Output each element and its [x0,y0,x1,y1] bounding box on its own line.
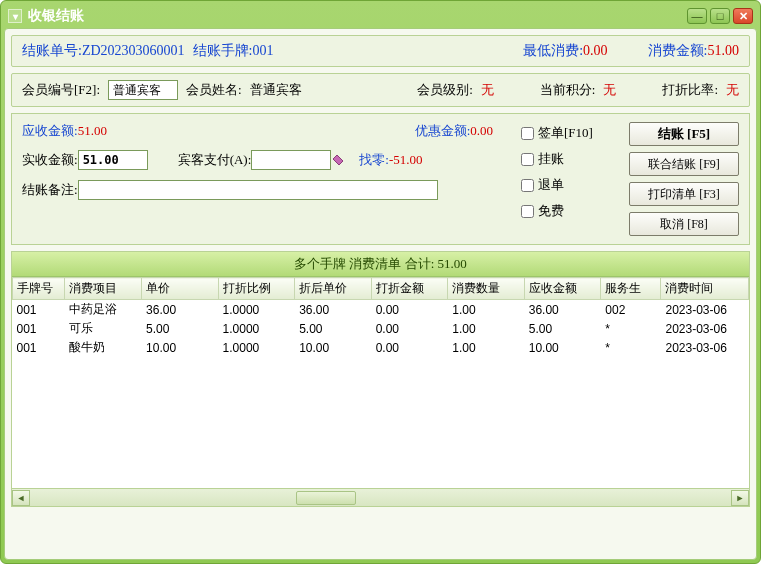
table-cell: 002 [601,300,661,320]
cashier-window: ▾ 收银结账 — □ ✕ 结账单号: ZD202303060001 结账手牌: … [0,0,761,564]
table-cell: 10.00 [295,338,372,357]
min-consume-value: 0.00 [583,43,608,59]
calculator-icon[interactable] [331,153,345,167]
credit-checkbox[interactable]: 挂账 [521,150,621,168]
table-cell: 0.00 [371,300,448,320]
table-cell: 5.00 [295,319,372,338]
column-header[interactable]: 打折金额 [371,278,448,300]
table-cell: 001 [13,319,65,338]
receivable-value: 51.00 [78,123,107,139]
table-cell: 中药足浴 [65,300,142,320]
table-cell: 1.0000 [218,319,295,338]
table-cell: 1.0000 [218,300,295,320]
column-header[interactable]: 应收金额 [524,278,601,300]
hand-no-value: 001 [252,43,273,59]
table-cell: 1.00 [448,338,525,357]
scroll-track[interactable] [30,490,731,506]
action-buttons: 结账 [F5] 联合结账 [F9] 打印清单 [F3] 取消 [F8] [629,122,739,236]
actual-input[interactable] [78,150,148,170]
column-header[interactable]: 消费项目 [65,278,142,300]
remark-label: 结账备注: [22,181,78,199]
table-cell: 可乐 [65,319,142,338]
table-row[interactable]: 001中药足浴36.001.000036.000.001.0036.000022… [13,300,749,320]
member-discount-label: 打折比率: [662,81,718,99]
column-header[interactable]: 折后单价 [295,278,372,300]
minimize-button[interactable]: — [687,8,707,24]
return-checkbox[interactable]: 退单 [521,176,621,194]
consume-amount-label: 消费金额: [648,42,708,60]
table-cell: 001 [13,338,65,357]
member-id-input[interactable] [108,80,178,100]
member-id-label: 会员编号[F2]: [22,81,100,99]
table-cell: 36.00 [295,300,372,320]
table-cell: 2023-03-06 [661,338,749,357]
sign-checkbox[interactable]: 签单[F10] [521,124,621,142]
table-row[interactable]: 001酸牛奶10.001.000010.000.001.0010.00*2023… [13,338,749,357]
table-cell: * [601,319,661,338]
member-level-value: 无 [481,81,494,99]
guest-pay-input[interactable] [251,150,331,170]
change-value: -51.00 [389,152,423,168]
close-button[interactable]: ✕ [733,8,753,24]
table-cell: 5.00 [524,319,601,338]
column-header[interactable]: 打折比例 [218,278,295,300]
member-points-label: 当前积分: [540,81,596,99]
column-header[interactable]: 消费数量 [448,278,525,300]
receivable-label: 应收金额: [22,122,78,140]
window-title: 收银结账 [28,7,84,25]
table-cell: 36.00 [142,300,219,320]
scroll-right-arrow[interactable]: ► [731,490,749,506]
table-cell: 10.00 [524,338,601,357]
order-header-panel: 结账单号: ZD202303060001 结账手牌: 001 最低消费: 0.0… [11,35,750,67]
discount-amt-value: 0.00 [470,123,493,139]
discount-amt-label: 优惠金额: [415,122,471,140]
order-no-value: ZD202303060001 [82,43,185,59]
column-header[interactable]: 消费时间 [661,278,749,300]
member-name-value: 普通宾客 [250,81,302,99]
table-cell: 1.00 [448,319,525,338]
consume-amount-value: 51.00 [708,43,740,59]
column-header[interactable]: 单价 [142,278,219,300]
table-cell: 1.0000 [218,338,295,357]
member-panel: 会员编号[F2]: 会员姓名: 普通宾客 会员级别: 无 当前积分: 无 打折比… [11,73,750,107]
hand-no-label: 结账手牌: [193,42,253,60]
min-consume-label: 最低消费: [523,42,583,60]
member-discount-value: 无 [726,81,739,99]
column-header[interactable]: 服务生 [601,278,661,300]
guest-pay-label: 宾客支付(A): [178,151,252,169]
remark-input[interactable] [78,180,438,200]
column-header[interactable]: 手牌号 [13,278,65,300]
items-grid[interactable]: 手牌号消费项目单价打折比例折后单价打折金额消费数量应收金额服务生消费时间 001… [12,277,749,488]
change-label: 找零: [359,151,389,169]
table-cell: 0.00 [371,338,448,357]
table-cell: 5.00 [142,319,219,338]
print-button[interactable]: 打印清单 [F3] [629,182,739,206]
titlebar[interactable]: ▾ 收银结账 — □ ✕ [4,4,757,28]
maximize-button[interactable]: □ [710,8,730,24]
free-checkbox[interactable]: 免费 [521,202,621,220]
table-cell: 2023-03-06 [661,319,749,338]
table-cell: * [601,338,661,357]
payment-panel: 应收金额: 51.00 优惠金额: 0.00 实收金额: 宾客支付(A): [11,113,750,245]
horizontal-scrollbar[interactable]: ◄ ► [12,488,749,506]
scroll-left-arrow[interactable]: ◄ [12,490,30,506]
member-level-label: 会员级别: [417,81,473,99]
table-cell: 2023-03-06 [661,300,749,320]
system-menu-icon[interactable]: ▾ [8,9,22,23]
options-column: 签单[F10] 挂账 退单 免费 [521,122,621,236]
cancel-button[interactable]: 取消 [F8] [629,212,739,236]
actual-label: 实收金额: [22,151,78,169]
table-cell: 10.00 [142,338,219,357]
member-points-value: 无 [603,81,616,99]
items-table-panel: 多个手牌 消费清单 合计: 51.00 手牌号消费项目单价打折比例折后单价打折金… [11,251,750,507]
settle-button[interactable]: 结账 [F5] [629,122,739,146]
union-settle-button[interactable]: 联合结账 [F9] [629,152,739,176]
table-title: 多个手牌 消费清单 合计: 51.00 [12,252,749,277]
table-cell: 0.00 [371,319,448,338]
order-no-label: 结账单号: [22,42,82,60]
scroll-thumb[interactable] [296,491,356,505]
member-name-label: 会员姓名: [186,81,242,99]
content-area: 结账单号: ZD202303060001 结账手牌: 001 最低消费: 0.0… [4,28,757,560]
table-cell: 酸牛奶 [65,338,142,357]
table-row[interactable]: 001可乐5.001.00005.000.001.005.00*2023-03-… [13,319,749,338]
